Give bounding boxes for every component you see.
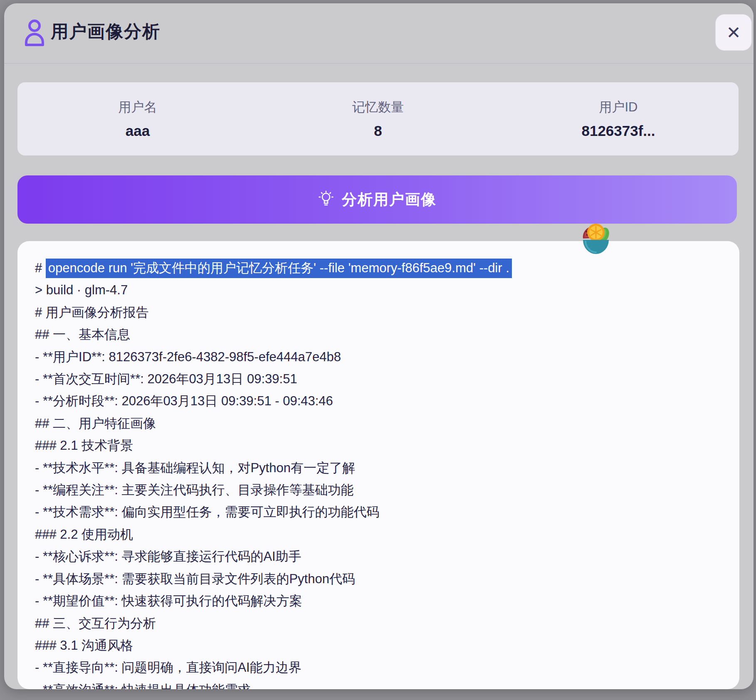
user-icon — [22, 19, 47, 47]
markdown-line: ## 三、交互行为分析 — [35, 612, 722, 634]
markdown-line: - **分析时段**: 2026年03月13日 09:39:51 - 09:43… — [35, 390, 722, 412]
markdown-line-partial: - **高效沟通**: 快速提出具体功能需求 — [35, 679, 722, 689]
markdown-line: # 用户画像分析报告 — [35, 301, 722, 323]
markdown-line: - **技术需求**: 偏向实用型任务，需要可立即执行的功能代码 — [35, 501, 722, 523]
markdown-line: - **首次交互时间**: 2026年03月13日 09:39:51 — [35, 368, 722, 390]
markdown-line-command: # opencode run '完成文件中的用户记忆分析任务' --file '… — [35, 257, 722, 279]
markdown-line: > build · glm-4.7 — [35, 279, 722, 301]
markdown-line: - **核心诉求**: 寻求能够直接运行代码的AI助手 — [35, 545, 722, 567]
markdown-line: ### 2.2 使用动机 — [35, 523, 722, 545]
stat-username: 用户名 aaa — [17, 99, 258, 139]
markdown-line: - **具体场景**: 需要获取当前目录文件列表的Python代码 — [35, 568, 722, 590]
stat-user-id: 用户ID 8126373f... — [498, 99, 739, 139]
stat-label: 记忆数量 — [258, 99, 498, 116]
page-title: 用户画像分析 — [51, 20, 161, 43]
markdown-line: - **期望价值**: 快速获得可执行的代码解决方案 — [35, 590, 722, 612]
close-button[interactable]: ✕ — [715, 14, 752, 51]
markdown-line: ## 一、基本信息 — [35, 323, 722, 345]
stat-memory-count: 记忆数量 8 — [258, 99, 498, 139]
markdown-line: - **直接导向**: 问题明确，直接询问AI能力边界 — [35, 656, 722, 678]
user-profile-dialog: 用户画像分析 ✕ 用户名 aaa 记忆数量 8 用户ID 8126373f...… — [4, 3, 754, 689]
stat-label: 用户ID — [498, 99, 739, 116]
markdown-line: ### 2.1 技术背景 — [35, 434, 722, 456]
markdown-line: ### 3.1 沟通风格 — [35, 634, 722, 656]
header-divider — [4, 63, 754, 64]
stat-value: 8 — [258, 123, 498, 139]
dialog-header: 用户画像分析 ✕ — [4, 3, 754, 64]
command-prefix: # — [35, 261, 46, 275]
analysis-report-area[interactable]: # opencode run '完成文件中的用户记忆分析任务' --file '… — [17, 241, 739, 689]
markdown-line: - **用户ID**: 8126373f-2fe6-4382-98f5-efe4… — [35, 346, 722, 368]
analyze-profile-button[interactable]: 分析用户画像 — [17, 175, 737, 224]
markdown-line: - **编程关注**: 主要关注代码执行、目录操作等基础功能 — [35, 479, 722, 501]
stat-label: 用户名 — [17, 99, 258, 116]
analyze-button-label: 分析用户画像 — [342, 190, 437, 210]
selected-command-text: opencode run '完成文件中的用户记忆分析任务' --file 'me… — [46, 259, 512, 278]
markdown-line: ## 二、用户特征画像 — [35, 412, 722, 434]
close-icon: ✕ — [726, 22, 741, 43]
lightbulb-icon — [318, 190, 334, 209]
stat-value: aaa — [17, 123, 258, 139]
markdown-line: - **技术水平**: 具备基础编程认知，对Python有一定了解 — [35, 457, 722, 479]
stat-value: 8126373f... — [498, 123, 739, 139]
stats-panel: 用户名 aaa 记忆数量 8 用户ID 8126373f... — [17, 82, 739, 155]
